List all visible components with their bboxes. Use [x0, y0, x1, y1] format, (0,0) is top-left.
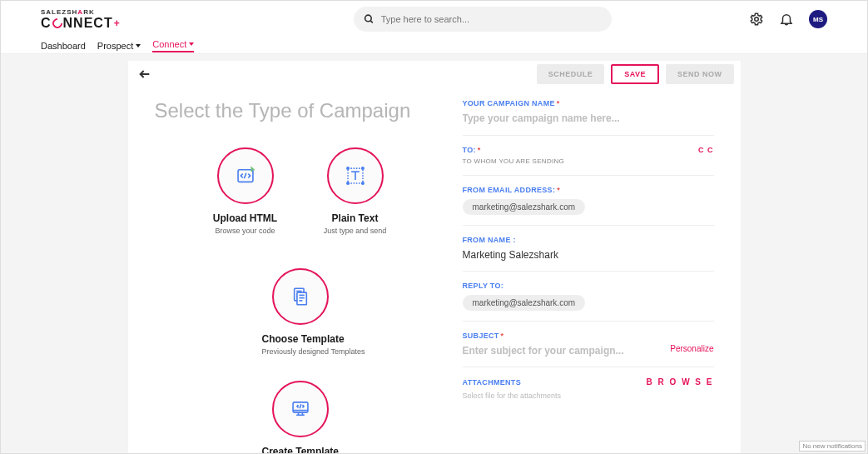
field-subject: SUBJECT* Personalize	[463, 332, 714, 367]
to-hint: TO WHOM YOU ARE SENDING	[463, 157, 714, 165]
svg-point-9	[346, 167, 348, 169]
chevron-down-icon	[136, 44, 141, 47]
text-icon	[345, 165, 366, 187]
search-input[interactable]	[381, 14, 602, 24]
content-card: SCHEDULE SAVE SEND NOW Select the Type o…	[128, 61, 741, 454]
card-title: Choose Template	[262, 333, 339, 345]
reply-to-pill[interactable]: marketing@salezshark.com	[463, 295, 586, 311]
svg-point-2	[755, 17, 759, 22]
svg-point-0	[365, 15, 371, 22]
card-create-template[interactable]: Create Template Design your own template	[262, 381, 339, 454]
brand-o-icon	[50, 16, 64, 30]
svg-point-11	[346, 182, 348, 184]
campaign-name-input[interactable]	[463, 112, 714, 124]
search-icon	[364, 13, 374, 25]
from-email-pill[interactable]: marketing@salezshark.com	[463, 199, 586, 215]
main-header: SALEZSHARK CNNECT+ MS	[1, 1, 867, 37]
card-title: Create Template	[262, 446, 339, 454]
bell-icon[interactable]	[779, 12, 794, 27]
field-attachments: ATTACHMENTS B R O W S E Select file for …	[463, 377, 714, 410]
nav-item-prospect[interactable]: Prospect	[97, 41, 141, 51]
search-box[interactable]	[354, 7, 612, 32]
browse-button[interactable]: B R O W S E	[647, 377, 714, 387]
subject-input[interactable]	[463, 345, 671, 357]
nav-item-connect[interactable]: Connect	[152, 39, 194, 52]
body-area: SCHEDULE SAVE SEND NOW Select the Type o…	[1, 54, 867, 454]
chevron-down-icon	[189, 42, 194, 46]
field-reply-to: REPLY TO: marketing@salezshark.com	[463, 282, 714, 322]
card-title: Plain Text	[317, 212, 394, 224]
save-button[interactable]: SAVE	[611, 64, 659, 84]
nav-item-dashboard[interactable]: Dashboard	[41, 41, 86, 51]
brand-logo[interactable]: SALEZSHARK CNNECT+	[41, 8, 121, 31]
campaign-form: YOUR CAMPAIGN NAME* TO:* C C TO WHOM YOU…	[463, 99, 714, 454]
brand-maintext: CNNECT+	[41, 16, 121, 31]
card-upload-html[interactable]: Upload HTML Browse your code	[207, 147, 284, 235]
card-plain-text[interactable]: Plain Text Just type and send	[317, 147, 394, 235]
card-choose-template[interactable]: Choose Template Previously designed Temp…	[262, 268, 339, 356]
monitor-code-icon	[290, 398, 311, 420]
card-title: Upload HTML	[207, 212, 284, 224]
page-title: Select the Type of Campaign	[155, 99, 446, 122]
svg-point-12	[361, 182, 363, 184]
personalize-button[interactable]: Personalize	[670, 344, 713, 353]
schedule-button[interactable]: SCHEDULE	[537, 64, 605, 84]
attachments-hint: Select file for the attachments	[463, 392, 714, 400]
svg-line-26	[300, 404, 301, 408]
field-from-name: FROM NAME : Marketing Salezshark	[463, 236, 714, 272]
cc-button[interactable]: C C	[698, 146, 714, 154]
action-bar: SCHEDULE SAVE SEND NOW	[128, 61, 741, 84]
brand-toptext: SALEZSHARK	[41, 8, 121, 16]
field-campaign-name: YOUR CAMPAIGN NAME*	[463, 99, 714, 136]
campaign-type-panel: Select the Type of Campaign Upload HTML …	[155, 99, 463, 454]
card-sub: Previously designed Templates	[262, 347, 339, 356]
back-arrow-icon[interactable]	[138, 67, 151, 81]
card-sub: Browse your code	[207, 227, 284, 235]
template-icon	[290, 286, 311, 307]
send-now-button[interactable]: SEND NOW	[666, 64, 734, 84]
gear-icon[interactable]	[749, 12, 764, 27]
avatar[interactable]: MS	[809, 10, 827, 28]
field-to: TO:* C C TO WHOM YOU ARE SENDING	[463, 146, 714, 176]
svg-point-10	[361, 167, 363, 169]
main-nav: Dashboard Prospect Connect	[1, 37, 867, 54]
card-sub: Just type and send	[317, 227, 394, 235]
svg-line-5	[244, 173, 246, 179]
notification-badge[interactable]: No new notifications	[799, 441, 866, 452]
field-from-email: FROM EMAIL ADDRESS:* marketing@salezshar…	[463, 186, 714, 226]
svg-line-1	[370, 21, 373, 23]
code-upload-icon	[235, 165, 256, 187]
from-name-value[interactable]: Marketing Salezshark	[463, 249, 714, 261]
